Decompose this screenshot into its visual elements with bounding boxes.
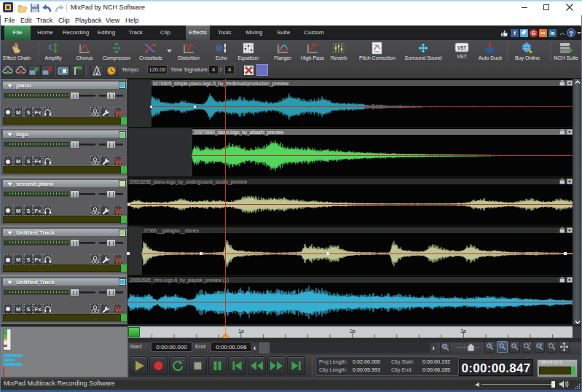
svg-text:l: l [541,342,542,347]
svg-text:2s: 2s [350,328,355,334]
svg-text:!: ! [529,342,530,347]
svg-text:3s: 3s [460,328,466,334]
svg-text:": " [182,359,184,364]
svg-text:1s: 1s [238,328,244,334]
